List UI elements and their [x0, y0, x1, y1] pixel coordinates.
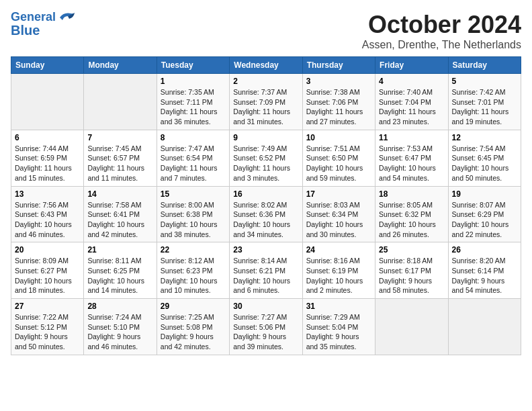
calendar-cell: 14Sunrise: 7:58 AMSunset: 6:41 PMDayligh… — [84, 186, 157, 242]
calendar-cell — [448, 299, 521, 355]
day-info: Sunrise: 8:16 AMSunset: 6:19 PMDaylight:… — [306, 256, 371, 295]
day-info: Sunrise: 7:44 AMSunset: 6:59 PMDaylight:… — [15, 144, 80, 183]
calendar-cell: 3Sunrise: 7:38 AMSunset: 7:06 PMDaylight… — [302, 74, 375, 130]
calendar-cell: 2Sunrise: 7:37 AMSunset: 7:09 PMDaylight… — [230, 74, 302, 130]
calendar-cell: 5Sunrise: 7:42 AMSunset: 7:01 PMDaylight… — [448, 74, 521, 130]
calendar-cell: 28Sunrise: 7:24 AMSunset: 5:10 PMDayligh… — [84, 299, 157, 355]
calendar-cell: 26Sunrise: 8:20 AMSunset: 6:14 PMDayligh… — [448, 242, 521, 299]
day-number: 17 — [306, 189, 371, 199]
day-number: 27 — [15, 302, 80, 311]
day-info: Sunrise: 7:42 AMSunset: 7:01 PMDaylight:… — [452, 87, 517, 127]
day-info: Sunrise: 8:00 AMSunset: 6:38 PMDaylight:… — [161, 200, 226, 240]
day-info: Sunrise: 7:22 AMSunset: 5:12 PMDaylight:… — [15, 312, 80, 352]
calendar-cell: 1Sunrise: 7:35 AMSunset: 7:11 PMDaylight… — [157, 74, 229, 130]
day-number: 29 — [161, 302, 226, 311]
calendar-cell: 15Sunrise: 8:00 AMSunset: 6:38 PMDayligh… — [157, 186, 229, 242]
page-header: General Blue October 2024 Assen, Drenthe… — [11, 11, 521, 51]
day-number: 13 — [15, 189, 80, 199]
day-info: Sunrise: 8:12 AMSunset: 6:23 PMDaylight:… — [161, 256, 226, 295]
calendar-cell — [11, 74, 84, 130]
calendar-cell: 9Sunrise: 7:49 AMSunset: 6:52 PMDaylight… — [230, 130, 302, 186]
day-number: 9 — [233, 133, 298, 142]
day-number: 30 — [233, 302, 298, 311]
calendar-cell — [84, 74, 157, 130]
calendar-cell: 21Sunrise: 8:11 AMSunset: 6:25 PMDayligh… — [84, 242, 157, 299]
day-info: Sunrise: 7:58 AMSunset: 6:41 PMDaylight:… — [87, 200, 152, 240]
calendar-cell: 25Sunrise: 8:18 AMSunset: 6:17 PMDayligh… — [375, 242, 448, 299]
calendar-week-row: 13Sunrise: 7:56 AMSunset: 6:43 PMDayligh… — [11, 186, 521, 242]
calendar-cell: 24Sunrise: 8:16 AMSunset: 6:19 PMDayligh… — [302, 242, 375, 299]
day-number: 16 — [233, 189, 298, 199]
day-info: Sunrise: 8:20 AMSunset: 6:14 PMDaylight:… — [452, 256, 517, 295]
day-info: Sunrise: 8:03 AMSunset: 6:34 PMDaylight:… — [306, 200, 371, 240]
day-number: 5 — [452, 77, 517, 86]
day-info: Sunrise: 7:35 AMSunset: 7:11 PMDaylight:… — [161, 87, 226, 127]
day-number: 26 — [452, 245, 517, 255]
calendar-table: SundayMondayTuesdayWednesdayThursdayFrid… — [11, 56, 521, 355]
day-number: 12 — [452, 133, 517, 142]
day-number: 11 — [379, 133, 444, 142]
calendar-cell: 27Sunrise: 7:22 AMSunset: 5:12 PMDayligh… — [11, 299, 84, 355]
day-number: 15 — [161, 189, 226, 199]
day-number: 28 — [87, 302, 152, 311]
day-info: Sunrise: 7:27 AMSunset: 5:06 PMDaylight:… — [233, 312, 298, 352]
day-info: Sunrise: 7:25 AMSunset: 5:08 PMDaylight:… — [161, 312, 226, 352]
month-title: October 2024 — [362, 11, 521, 39]
calendar-week-row: 1Sunrise: 7:35 AMSunset: 7:11 PMDaylight… — [11, 74, 521, 130]
day-number: 3 — [306, 77, 371, 86]
calendar-cell: 31Sunrise: 7:29 AMSunset: 5:04 PMDayligh… — [302, 299, 375, 355]
day-number: 4 — [379, 77, 444, 86]
day-info: Sunrise: 7:45 AMSunset: 6:57 PMDaylight:… — [87, 144, 152, 183]
day-info: Sunrise: 7:56 AMSunset: 6:43 PMDaylight:… — [15, 200, 80, 240]
logo-text: General — [11, 11, 56, 24]
header-tuesday: Tuesday — [157, 57, 229, 74]
day-number: 22 — [161, 245, 226, 255]
calendar-cell: 16Sunrise: 8:02 AMSunset: 6:36 PMDayligh… — [230, 186, 302, 242]
day-number: 8 — [161, 133, 226, 142]
calendar-cell — [375, 299, 448, 355]
day-info: Sunrise: 7:29 AMSunset: 5:04 PMDaylight:… — [306, 312, 371, 352]
day-info: Sunrise: 8:07 AMSunset: 6:29 PMDaylight:… — [452, 200, 517, 240]
day-info: Sunrise: 7:49 AMSunset: 6:52 PMDaylight:… — [233, 144, 298, 183]
day-number: 2 — [233, 77, 298, 86]
calendar-cell: 10Sunrise: 7:51 AMSunset: 6:50 PMDayligh… — [302, 130, 375, 186]
day-info: Sunrise: 7:53 AMSunset: 6:47 PMDaylight:… — [379, 144, 444, 183]
calendar-cell: 18Sunrise: 8:05 AMSunset: 6:32 PMDayligh… — [375, 186, 448, 242]
day-number: 20 — [15, 245, 80, 255]
day-number: 18 — [379, 189, 444, 199]
day-number: 1 — [161, 77, 226, 86]
day-info: Sunrise: 8:02 AMSunset: 6:36 PMDaylight:… — [233, 200, 298, 240]
calendar-cell: 13Sunrise: 7:56 AMSunset: 6:43 PMDayligh… — [11, 186, 84, 242]
day-number: 6 — [15, 133, 80, 142]
calendar-cell: 11Sunrise: 7:53 AMSunset: 6:47 PMDayligh… — [375, 130, 448, 186]
header-wednesday: Wednesday — [230, 57, 302, 74]
day-number: 7 — [87, 133, 152, 142]
day-number: 31 — [306, 302, 371, 311]
day-info: Sunrise: 8:18 AMSunset: 6:17 PMDaylight:… — [379, 256, 444, 295]
day-number: 10 — [306, 133, 371, 142]
day-info: Sunrise: 7:40 AMSunset: 7:04 PMDaylight:… — [379, 87, 444, 127]
day-info: Sunrise: 7:38 AMSunset: 7:06 PMDaylight:… — [306, 87, 371, 127]
day-number: 23 — [233, 245, 298, 255]
day-info: Sunrise: 7:24 AMSunset: 5:10 PMDaylight:… — [87, 312, 152, 352]
day-number: 25 — [379, 245, 444, 255]
day-info: Sunrise: 8:05 AMSunset: 6:32 PMDaylight:… — [379, 200, 444, 240]
calendar-cell: 7Sunrise: 7:45 AMSunset: 6:57 PMDaylight… — [84, 130, 157, 186]
title-block: October 2024 Assen, Drenthe, The Netherl… — [362, 11, 521, 51]
logo: General Blue — [11, 11, 76, 38]
header-monday: Monday — [84, 57, 157, 74]
day-info: Sunrise: 8:09 AMSunset: 6:27 PMDaylight:… — [15, 256, 80, 295]
calendar-cell: 30Sunrise: 7:27 AMSunset: 5:06 PMDayligh… — [230, 299, 302, 355]
calendar-cell: 20Sunrise: 8:09 AMSunset: 6:27 PMDayligh… — [11, 242, 84, 299]
calendar-cell: 23Sunrise: 8:14 AMSunset: 6:21 PMDayligh… — [230, 242, 302, 299]
calendar-cell: 8Sunrise: 7:47 AMSunset: 6:54 PMDaylight… — [157, 130, 229, 186]
day-number: 21 — [87, 245, 152, 255]
location: Assen, Drenthe, The Netherlands — [362, 39, 521, 51]
logo-blue-text: Blue — [11, 23, 40, 38]
day-info: Sunrise: 7:51 AMSunset: 6:50 PMDaylight:… — [306, 144, 371, 183]
day-number: 19 — [452, 189, 517, 199]
calendar-cell: 17Sunrise: 8:03 AMSunset: 6:34 PMDayligh… — [302, 186, 375, 242]
day-info: Sunrise: 7:37 AMSunset: 7:09 PMDaylight:… — [233, 87, 298, 127]
day-number: 14 — [87, 189, 152, 199]
calendar-cell: 4Sunrise: 7:40 AMSunset: 7:04 PMDaylight… — [375, 74, 448, 130]
